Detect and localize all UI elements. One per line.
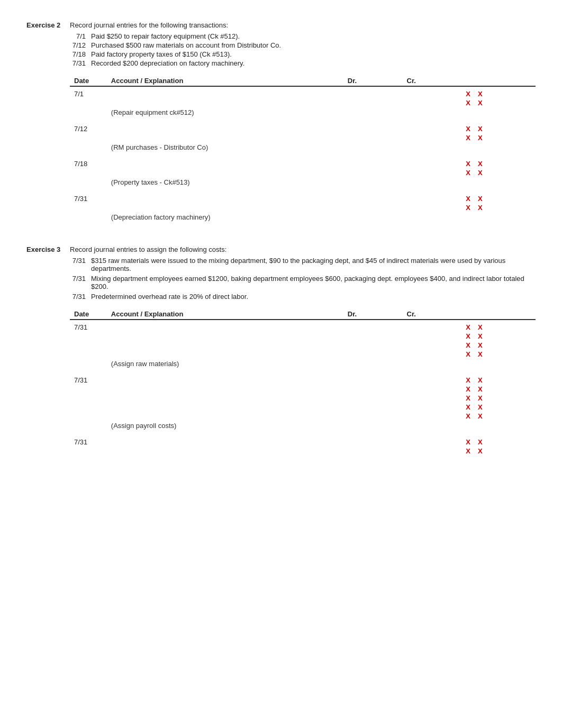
trans-desc: Predetermined overhead rate is 20% of di… [91, 293, 536, 301]
red-x: X [466, 323, 470, 331]
entry-cr [403, 157, 462, 168]
entry-dr [343, 98, 403, 107]
table-header-row: Date Account / Explanation Dr. Cr. [70, 76, 536, 86]
trans-date: 7/12 [70, 41, 86, 49]
red-x: X [478, 160, 483, 168]
exercise2-header: Exercise 2 Record journal entries for th… [26, 21, 536, 29]
entry-date [70, 133, 107, 142]
entry-vals: XX [461, 341, 536, 350]
entry-account [107, 203, 343, 212]
table-row: (RM purchases - Distributor Co) [70, 142, 536, 157]
red-x: X [478, 90, 483, 98]
entry-vals: XX [461, 373, 536, 385]
red-x: X [466, 412, 470, 420]
red-x: X [466, 394, 470, 402]
red-x: X [466, 90, 470, 98]
entry-vals: XX [461, 203, 536, 212]
entry-date: 7/31 [70, 435, 107, 447]
table-row: (Depreciation factory machinery) [70, 212, 536, 226]
table-row: (Repair equipment ck#512) [70, 107, 536, 122]
red-x: X [478, 447, 483, 455]
trans-date: 7/31 [70, 59, 86, 67]
red-x: X [478, 169, 483, 177]
red-x: X [478, 195, 483, 203]
exercise3-intro: Record journal entries to assign the fol… [70, 245, 536, 253]
exercise3-journal-table: Date Account / Explanation Dr. Cr. 7/31 … [70, 309, 536, 456]
entry-date: 7/31 [70, 192, 107, 203]
trans-desc: Paid $250 to repair factory equipment (C… [91, 32, 536, 40]
table-row: 7/18 XX [70, 157, 536, 168]
red-x: X [466, 204, 470, 212]
table-row: XX [70, 168, 536, 177]
exercise3-header: Exercise 3 Record journal entries to ass… [26, 245, 536, 253]
red-x: X [466, 403, 470, 411]
red-x: X [478, 332, 483, 340]
table-row: XX [70, 203, 536, 212]
table-row: XX [70, 412, 536, 421]
entry-account [107, 133, 343, 142]
trans-date: 7/18 [70, 50, 86, 58]
red-x: X [478, 376, 483, 384]
entry-explanation: (Repair equipment ck#512) [107, 107, 343, 122]
entry-date: 7/31 [70, 320, 107, 332]
exercise2-journal-table: Date Account / Explanation Dr. Cr. 7/1 X… [70, 76, 536, 226]
entry-date [70, 203, 107, 212]
red-x: X [466, 341, 470, 349]
table-row: 7/31 XX [70, 192, 536, 203]
trans-desc: Purchased $500 raw materials on account … [91, 41, 536, 49]
table-row: XX [70, 385, 536, 394]
entry-cr [403, 320, 462, 332]
header-dr: Dr. [343, 76, 403, 86]
red-x: X [478, 385, 483, 393]
trans-date: 7/31 [70, 293, 86, 301]
entry-explanation: (RM purchases - Distributor Co) [107, 142, 343, 157]
entry-vals: XX [461, 86, 536, 98]
entry-dr [343, 203, 403, 212]
table-row: XX [70, 332, 536, 341]
table-row: XX [70, 403, 536, 412]
entry-dr [343, 320, 403, 332]
trans-item: 7/18 Paid factory property taxes of $150… [70, 50, 536, 58]
table-row: 7/31 XX [70, 320, 536, 332]
entry-explanation: (Assign payroll costs) [107, 421, 343, 435]
entry-vals: XX [461, 133, 536, 142]
entry-vals: XX [461, 157, 536, 168]
red-x: X [478, 341, 483, 349]
red-x: X [466, 332, 470, 340]
table-row: XX [70, 341, 536, 350]
entry-vals: XX [461, 350, 536, 359]
entry-date: 7/12 [70, 122, 107, 133]
table-row: 7/31 XX [70, 373, 536, 385]
entry-date [70, 98, 107, 107]
trans-item: 7/12 Purchased $500 raw materials on acc… [70, 41, 536, 49]
entry-cr [403, 192, 462, 203]
entry-vals: XX [461, 403, 536, 412]
red-x: X [466, 99, 470, 107]
red-x: X [466, 134, 470, 142]
header-cr: Cr. [403, 76, 462, 86]
header-dr: Dr. [343, 309, 403, 320]
trans-desc: Mixing department employees earned $1200… [91, 275, 536, 290]
header-cr: Cr. [403, 309, 462, 320]
trans-date: 7/31 [70, 257, 86, 272]
red-x: X [478, 403, 483, 411]
entry-vals: XX [461, 168, 536, 177]
entry-date: 7/1 [70, 86, 107, 98]
trans-item: 7/31 Recorded $200 depreciation on facto… [70, 59, 536, 67]
entry-vals: XX [461, 192, 536, 203]
entry-account [107, 122, 343, 133]
entry-account [107, 157, 343, 168]
trans-item: 7/31 Predetermined overhead rate is 20% … [70, 293, 536, 301]
exercise3-block: Exercise 3 Record journal entries to ass… [26, 245, 536, 456]
trans-date: 7/31 [70, 275, 86, 290]
red-x: X [478, 394, 483, 402]
trans-item: 7/31 Mixing department employees earned … [70, 275, 536, 290]
trans-item: 7/31 $315 raw materials were issued to t… [70, 257, 536, 272]
header-account: Account / Explanation [107, 76, 343, 86]
exercise2-intro: Record journal entries for the following… [70, 21, 536, 29]
entry-date: 7/31 [70, 373, 107, 385]
entry-cr [403, 98, 462, 107]
red-x: X [478, 323, 483, 331]
entry-dr [343, 192, 403, 203]
entry-date [70, 212, 107, 226]
